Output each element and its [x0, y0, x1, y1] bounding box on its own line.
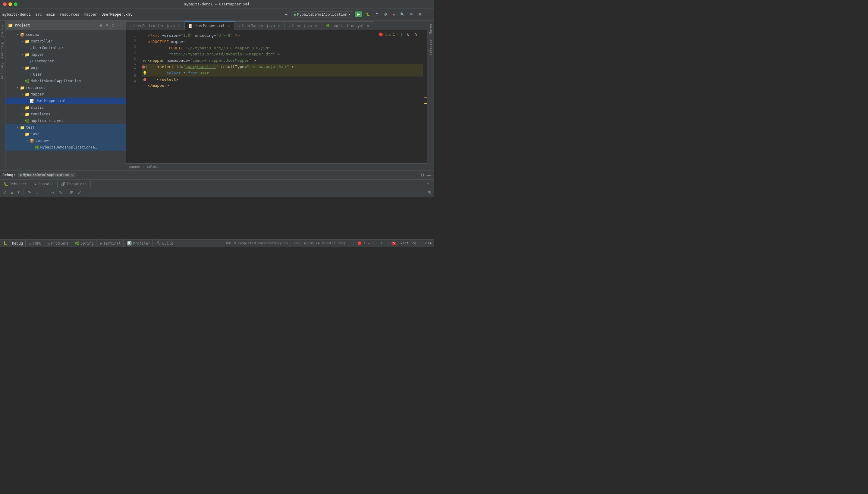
- debug-tab-endpoints[interactable]: 🔗 Endpoints: [58, 180, 91, 188]
- folder-icon: 📁: [25, 132, 30, 136]
- debug-step-out[interactable]: ↑: [41, 189, 49, 196]
- debug-table-view[interactable]: ⊞: [68, 189, 75, 196]
- tab-close-usermapperjava[interactable]: ✕: [277, 24, 281, 28]
- status-event-log[interactable]: 5 Event Log: [391, 241, 416, 245]
- breadcrumb-resources[interactable]: resources: [60, 12, 79, 17]
- project-locate-button[interactable]: ⊕: [98, 23, 104, 28]
- debug-down[interactable]: ▼: [16, 189, 22, 195]
- minimize-button[interactable]: [8, 2, 12, 6]
- debug-run-to-cursor[interactable]: ⇢: [49, 189, 56, 196]
- tree-item-application[interactable]: 🌿 MybaitsDemo1Application: [5, 78, 126, 84]
- code-line-9: </mapper>: [142, 82, 423, 89]
- debug-status-icon[interactable]: 🐛: [2, 240, 8, 246]
- breadcrumb-file[interactable]: UserMapper.xml: [101, 12, 132, 17]
- debug-expand[interactable]: ⤢: [76, 189, 83, 196]
- debug-extra-btn1[interactable]: ≡: [424, 180, 431, 188]
- debug-right-btn1[interactable]: ⊞: [426, 189, 433, 196]
- tab-usermapperjava[interactable]: ☕ UserMapper.java ✕: [235, 21, 285, 30]
- project-close-button[interactable]: —: [117, 23, 123, 28]
- debug-up[interactable]: ▲: [9, 189, 15, 195]
- sidebar-label-structure[interactable]: Structure: [0, 40, 5, 61]
- back-button[interactable]: ⬅: [283, 12, 289, 17]
- breadcrumb-mapper[interactable]: mapper: [84, 12, 97, 17]
- debug-step-over[interactable]: ↷: [25, 189, 33, 196]
- spring-icon: 🌿: [75, 241, 79, 246]
- tab-icon: ☕: [289, 24, 291, 28]
- tree-item-application-yml[interactable]: 🌿 application.yml: [5, 117, 126, 124]
- tab-applicationyml[interactable]: 🌿 application.yml ✕: [322, 21, 374, 30]
- tab-usermapperxml[interactable]: 📝 UserMapper.xml ✕: [185, 21, 235, 30]
- java-icon: ☕: [30, 72, 32, 77]
- tab-usercontroller[interactable]: ☕ UserController.java ✕: [126, 21, 185, 30]
- status-problems-tab[interactable]: ⚠ Problems: [45, 240, 71, 247]
- code-area[interactable]: <?xml version="1.0" encoding="UTF-8" ?> …: [138, 30, 427, 163]
- tree-item-mapper[interactable]: 📁 mapper: [5, 51, 126, 58]
- layout-button[interactable]: ⊞: [417, 12, 423, 17]
- tab-user[interactable]: ☕ User.java ✕: [285, 21, 322, 30]
- tab-close-applicationyml[interactable]: ✕: [366, 24, 370, 28]
- maximize-button[interactable]: [14, 2, 17, 6]
- sidebar-maven[interactable]: Maven: [428, 22, 433, 36]
- settings-button[interactable]: ⚙: [408, 12, 415, 17]
- debug-tab-console[interactable]: ▶ Console: [31, 180, 58, 188]
- sidebar-label-favorites[interactable]: Favorites: [0, 61, 5, 82]
- tree-item-test-commw[interactable]: 📦 com.mw: [5, 137, 126, 144]
- tree-item-usermapper-interface[interactable]: ℹ UserMapper: [5, 58, 126, 64]
- breadcrumb-main[interactable]: main: [47, 12, 55, 17]
- tree-item-test[interactable]: 📁 test: [5, 124, 126, 131]
- stop-button[interactable]: ■: [391, 12, 396, 17]
- sidebar-label-project[interactable]: Project: [0, 22, 5, 40]
- tree-item-user[interactable]: ☕ User: [5, 71, 126, 78]
- tree-item-usercontroller[interactable]: ☕ UserController: [5, 44, 126, 51]
- tab-close-usercontroller[interactable]: ✕: [177, 24, 181, 28]
- debug-tab-debugger[interactable]: 🐛 Debugger: [0, 180, 31, 188]
- debug-restart[interactable]: ↺: [1, 189, 8, 196]
- status-todo-tab[interactable]: ☑ TODO: [27, 240, 44, 247]
- status-profiler-tab[interactable]: 📊 Profiler: [125, 240, 153, 247]
- breadcrumb-project[interactable]: mybaits-demo1: [2, 12, 31, 17]
- close-button[interactable]: [3, 2, 7, 6]
- run-configuration[interactable]: ● MybaitsDemo1Application ▾: [291, 12, 353, 17]
- debug-settings[interactable]: ⚙: [420, 172, 425, 178]
- tree-item-templates[interactable]: 📁 templates: [5, 111, 126, 117]
- status-debug-tab[interactable]: Debug: [10, 240, 25, 247]
- tree-arrow: [20, 106, 25, 109]
- error-nav-up[interactable]: ∧: [404, 31, 411, 37]
- tree-item-test-java[interactable]: 📁 java: [5, 131, 126, 137]
- project-collapse-button[interactable]: ≡: [105, 23, 109, 28]
- tree-item-resources-mapper[interactable]: 📁 mapper: [5, 91, 126, 98]
- find-button[interactable]: 🔍: [399, 12, 406, 17]
- error-mark: [424, 97, 427, 98]
- tree-item-static[interactable]: 📁 static: [5, 104, 126, 111]
- warning-mark: [424, 103, 427, 104]
- status-terminal-tab[interactable]: ▶ Terminal: [98, 240, 124, 247]
- project-settings-button[interactable]: ⚙: [110, 23, 116, 28]
- breadcrumb-src[interactable]: src: [35, 12, 42, 17]
- debug-session[interactable]: ● MybaitsDemo1Application ✕: [18, 173, 75, 177]
- status-build-tab[interactable]: 🔨 Build: [154, 240, 176, 247]
- coverage-button[interactable]: ☂: [374, 12, 380, 17]
- tree-item-test-class[interactable]: 🌿 MybaitsDemo1ApplicationTe…: [5, 144, 126, 151]
- debug-hide[interactable]: —: [426, 172, 431, 178]
- status-spring-tab[interactable]: 🌿 Spring: [72, 240, 96, 247]
- tree-item-usermapper-xml[interactable]: 📝 UserMapper.xml: [5, 98, 126, 104]
- debug-run-button[interactable]: 🐛: [364, 12, 372, 17]
- debug-step-into[interactable]: ↓: [34, 189, 41, 196]
- project-header-actions: ⊕ ≡ ⚙ —: [98, 23, 123, 28]
- debug-evaluate[interactable]: ✎: [57, 189, 64, 196]
- editor-area: ☕ UserController.java ✕ 📝 UserMapper.xml…: [126, 20, 427, 170]
- window-controls[interactable]: [3, 2, 17, 6]
- run-button[interactable]: ▶: [355, 12, 362, 17]
- minimize-panel-button[interactable]: —: [425, 12, 431, 17]
- error-nav-down[interactable]: ∨: [413, 31, 420, 37]
- sidebar-database[interactable]: Database: [428, 37, 433, 58]
- tab-close-user[interactable]: ✕: [314, 24, 318, 28]
- profile-button[interactable]: ⏱: [382, 12, 389, 17]
- tree-item-resources[interactable]: 📁 resources: [5, 84, 126, 91]
- tree-item-pojo[interactable]: 📁 pojo: [5, 64, 126, 71]
- debug-session-close[interactable]: ✕: [71, 173, 73, 177]
- tab-close-usermapperxml[interactable]: ✕: [227, 24, 231, 28]
- tree-item-controller[interactable]: 📁 controller: [5, 38, 126, 44]
- tree-item-commw[interactable]: 📦 com.mw: [5, 31, 126, 38]
- editor-content: 🔴 1 ⚠ 1 ✓ 1 ∧ ∨ 1 2 3 4 5 6 7 8 9: [126, 30, 427, 163]
